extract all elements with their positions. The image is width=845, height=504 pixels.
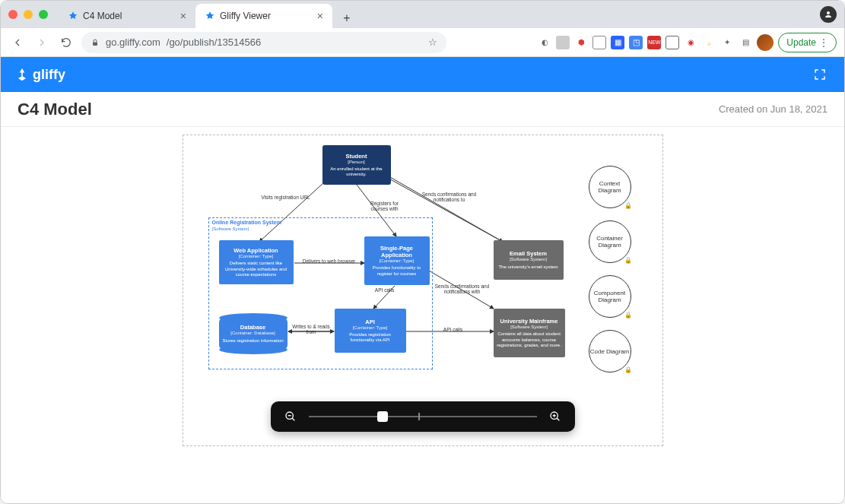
lock-icon: 🔒 — [624, 366, 632, 373]
node-type: [Container: Type] — [222, 254, 291, 259]
document-title: C4 Model — [17, 100, 92, 119]
boundary-title: Online Registration System — [212, 220, 281, 225]
node-title: Web Application — [222, 247, 291, 254]
account-icon[interactable] — [820, 6, 837, 23]
edge-apicalls1: API calls — [373, 287, 396, 293]
node-title: Student — [326, 153, 388, 160]
svg-point-0 — [827, 11, 830, 14]
update-button[interactable]: Update ⋮ — [778, 33, 837, 52]
ext-icon[interactable]: ▦ — [611, 36, 624, 49]
node-spa[interactable]: Single-Page Application [Container: Type… — [364, 236, 430, 285]
lock-icon — [91, 38, 100, 47]
zoom-tick — [418, 413, 420, 420]
node-title: Email System — [497, 250, 561, 257]
node-database[interactable]: Database [Container: Database] Stores re… — [219, 318, 287, 350]
nav-label: Component Diagram — [589, 290, 631, 303]
gliffy-favicon-icon — [205, 11, 215, 21]
maximize-window-icon[interactable] — [39, 10, 48, 19]
ext-icon[interactable] — [666, 36, 679, 49]
ext-icon[interactable]: ◐ — [538, 36, 551, 49]
fullscreen-button[interactable] — [809, 64, 831, 85]
lock-icon: 🔒 — [624, 202, 632, 209]
edge-registers: Registers for courses with — [362, 201, 408, 211]
ext-icon[interactable]: ◉ — [684, 36, 697, 49]
gliffy-logo-icon — [14, 67, 30, 82]
zoom-slider[interactable] — [309, 416, 537, 417]
nav-container-diagram[interactable]: Container Diagram 🔒 — [589, 220, 631, 263]
close-window-icon[interactable] — [8, 10, 17, 19]
ext-icon[interactable]: NEW — [647, 36, 661, 49]
node-api[interactable]: API [Container: Type] Provides registrat… — [335, 309, 406, 353]
extension-icons: ◐ ⬢ ▦ ◳ NEW ◉ ⟓ ✦ ▤ Update ⋮ — [538, 33, 837, 52]
gliffy-logo[interactable]: gliffy — [14, 67, 65, 83]
node-student[interactable]: Student [Person] An enrolled student at … — [322, 145, 391, 185]
node-email-system[interactable]: Email System [Software System] The unive… — [494, 240, 564, 280]
boundary-subtitle: [Software System] — [212, 227, 249, 231]
browser-toolbar: go.gliffy.com/go/publish/13514566 ☆ ◐ ⬢ … — [1, 28, 844, 57]
profile-avatar[interactable] — [757, 34, 774, 51]
gliffy-favicon-icon — [68, 11, 78, 21]
zoom-in-button[interactable] — [548, 410, 563, 423]
node-mainframe[interactable]: University Mainframe [Software System] C… — [494, 309, 565, 357]
diagram-canvas[interactable]: Online Registration System [Software Sys… — [183, 135, 663, 446]
minimize-window-icon[interactable] — [24, 10, 33, 19]
edge-sends1: Sends confirmations and notifications to — [419, 192, 480, 202]
document-header: C4 Model Created on Jun 18, 2021 — [1, 92, 844, 127]
ext-icon[interactable]: ⬢ — [574, 36, 588, 49]
nav-label: Context Diagram — [589, 180, 631, 194]
new-tab-button[interactable]: + — [337, 8, 357, 28]
canvas-area[interactable]: Online Registration System [Software Sys… — [1, 127, 844, 503]
zoom-toolbar — [271, 401, 575, 432]
nav-code-diagram[interactable]: Code Diagram 🔒 — [589, 330, 631, 372]
lock-icon: 🔒 — [624, 257, 632, 264]
browser-titlebar: C4 Model × Gliffy Viewer × + — [1, 1, 844, 28]
node-desc: The university's email system — [497, 265, 561, 270]
ext-icon[interactable] — [592, 36, 606, 49]
node-desc: Provides functionality to register for c… — [367, 265, 427, 276]
tab-c4-model[interactable]: C4 Model × — [59, 4, 195, 28]
ext-icon[interactable] — [556, 36, 570, 49]
zoom-out-button[interactable] — [283, 410, 298, 423]
ext-icon[interactable]: ⟓ — [702, 36, 716, 49]
lock-icon: 🔒 — [624, 312, 632, 319]
browser-tabs: C4 Model × Gliffy Viewer × + — [59, 1, 357, 28]
node-type: [Container: Type] — [338, 325, 403, 331]
close-tab-icon[interactable]: × — [180, 10, 186, 22]
node-desc: Provides registration functionality via … — [338, 332, 403, 343]
bookmarks-icon[interactable]: ▤ — [739, 36, 752, 49]
edge-apicalls2: API calls — [434, 327, 472, 332]
svg-line-13 — [292, 418, 294, 420]
node-type: [Software System] — [497, 325, 562, 330]
nav-context-diagram[interactable]: Context Diagram 🔒 — [589, 166, 631, 208]
tab-label: Gliffy Viewer — [220, 11, 271, 21]
forward-button[interactable] — [33, 33, 51, 52]
star-icon[interactable]: ☆ — [428, 36, 437, 48]
ext-icon[interactable]: ◳ — [629, 36, 643, 49]
node-desc: Contains all data about student accounts… — [497, 331, 562, 348]
tab-gliffy-viewer[interactable]: Gliffy Viewer × — [195, 4, 332, 28]
tab-label: C4 Model — [83, 11, 122, 21]
extensions-icon[interactable]: ✦ — [720, 36, 734, 49]
nav-component-diagram[interactable]: Component Diagram 🔒 — [589, 275, 631, 318]
node-title: Single-Page Application — [367, 245, 427, 258]
edge-sends2: Sends confirmations and notifications wi… — [432, 284, 493, 294]
edge-delivers: Delivers to web browser — [297, 258, 362, 264]
reload-button[interactable] — [57, 33, 75, 52]
nav-label: Container Diagram — [589, 235, 631, 249]
back-button[interactable] — [8, 33, 27, 52]
node-desc: An enrolled student at the university. — [326, 166, 388, 177]
url-host: go.gliffy.com — [106, 36, 160, 48]
edge-visits: Visits registration URL — [256, 195, 316, 200]
node-desc: Delivers static content like University-… — [222, 261, 291, 277]
close-tab-icon[interactable]: × — [317, 10, 323, 22]
node-title: Database — [222, 324, 284, 331]
node-desc: Stores registration information — [222, 338, 284, 344]
node-title: University Mainframe — [497, 318, 562, 325]
zoom-handle[interactable] — [377, 411, 388, 422]
address-bar[interactable]: go.gliffy.com/go/publish/13514566 ☆ — [81, 32, 446, 53]
brand-label: gliffy — [33, 67, 65, 83]
svg-rect-1 — [93, 42, 97, 46]
update-label: Update — [786, 37, 816, 48]
node-web-application[interactable]: Web Application [Container: Type] Delive… — [219, 240, 294, 284]
edge-writes: Writes to & reads from — [291, 324, 332, 334]
